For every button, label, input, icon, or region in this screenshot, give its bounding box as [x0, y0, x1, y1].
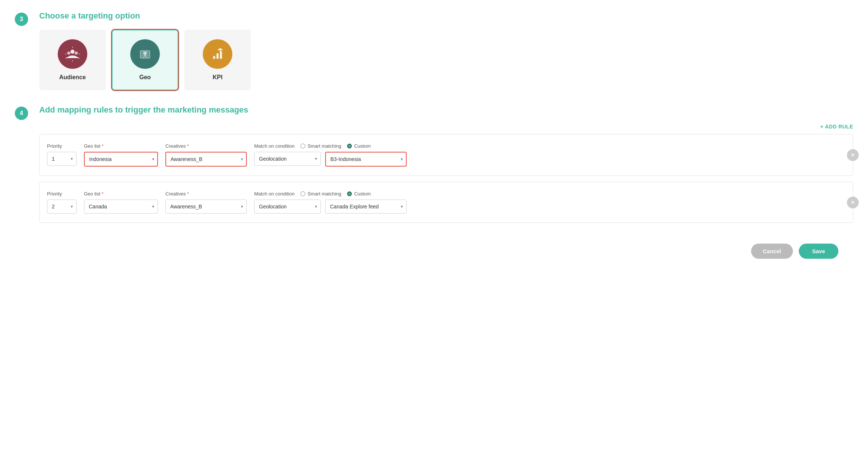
svg-point-1	[71, 50, 75, 54]
rule1-fields: Priority 1 2 3 Geo list *	[47, 143, 845, 167]
rule2-geolist-label: Geo list *	[84, 191, 158, 197]
rule1-priority-select-wrapper: 1 2 3	[47, 152, 77, 166]
rule1-priority-label: Priority	[47, 143, 77, 149]
rule2-geolist-select-wrapper: Indonesia Canada	[84, 200, 158, 214]
step3-content: Choose a targeting option	[39, 11, 853, 90]
rule1-priority-group: Priority 1 2 3	[47, 143, 77, 166]
rule1-bottom-selects: Geolocation B3-Indonesia	[254, 152, 407, 167]
rule2-geolocation-wrapper: Geolocation	[254, 200, 321, 214]
geo-icon	[137, 46, 153, 62]
rule2-remove-button[interactable]: ×	[847, 197, 859, 208]
rule2-geolist-select[interactable]: Indonesia Canada	[84, 200, 158, 214]
step4-content: Add mapping rules to trigger the marketi…	[39, 105, 853, 229]
rule1-remove-button[interactable]: ×	[847, 149, 859, 161]
svg-rect-16	[213, 56, 215, 59]
rule2-custom-label: Custom	[354, 191, 371, 197]
rule2-custom-option[interactable]: Custom	[347, 191, 371, 197]
rule2-priority-select[interactable]: 1 2 3	[47, 200, 77, 214]
rule1-match-condition-row: Match on condition Smart matching Custom	[254, 143, 407, 149]
rule1-creatives-label: Creatives *	[165, 143, 247, 149]
svg-point-0	[65, 47, 80, 61]
rule1-custom-label: Custom	[354, 143, 371, 149]
svg-point-3	[75, 51, 78, 54]
rule2-match-group: Match on condition Smart matching Custom	[254, 191, 407, 214]
rule1-creatives-select[interactable]: Awareness_B	[165, 152, 247, 167]
kpi-icon-circle	[203, 39, 232, 69]
audience-icon	[64, 46, 81, 62]
save-button[interactable]: Save	[799, 244, 838, 259]
geo-label: Geo	[139, 74, 151, 81]
targeting-card-geo[interactable]: Geo	[112, 30, 178, 90]
rule1-custom-radio[interactable]	[347, 144, 352, 148]
rule2-creatives-label: Creatives *	[165, 191, 247, 197]
rule2-priority-select-wrapper: 1 2 3	[47, 200, 77, 214]
rule1-creatives-required: *	[187, 143, 189, 149]
targeting-card-kpi[interactable]: KPI	[184, 30, 251, 90]
geo-icon-circle	[130, 39, 160, 69]
rule1-geolist-required: *	[102, 143, 104, 149]
rule2-custom-select[interactable]: Canada Explore feed	[325, 200, 407, 214]
rule1-custom-select-wrapper: B3-Indonesia	[325, 152, 407, 167]
rule2-creatives-select[interactable]: Awareness_B	[165, 200, 247, 214]
rule2-creatives-required: *	[187, 191, 189, 197]
step3-title: Choose a targeting option	[39, 11, 853, 21]
svg-point-2	[67, 51, 70, 54]
targeting-options: Audience	[39, 30, 853, 90]
rule1-geolist-group: Geo list * Indonesia Canada	[84, 143, 158, 167]
cancel-button[interactable]: Cancel	[751, 244, 793, 259]
svg-rect-17	[216, 53, 219, 59]
rule2-custom-select-wrapper: Canada Explore feed	[325, 200, 407, 214]
rule-card-1: Priority 1 2 3 Geo list *	[39, 134, 853, 176]
rule1-custom-select[interactable]: B3-Indonesia	[325, 152, 407, 167]
kpi-icon	[209, 46, 226, 62]
rule2-creatives-group: Creatives * Awareness_B	[165, 191, 247, 214]
step3-section: 3 Choose a targeting option	[15, 11, 853, 90]
step4-indicator: 4	[15, 107, 28, 120]
rule2-fields: Priority 1 2 3 Geo list *	[47, 191, 845, 214]
rule2-creatives-select-wrapper: Awareness_B	[165, 200, 247, 214]
audience-label: Audience	[59, 74, 86, 81]
rule1-geolocation-wrapper: Geolocation	[254, 152, 321, 166]
rule1-creatives-group: Creatives * Awareness_B	[165, 143, 247, 167]
add-rule-row: + ADD RULE	[39, 124, 853, 130]
rule1-match-condition-label: Match on condition	[254, 143, 295, 149]
rule2-custom-radio[interactable]	[347, 191, 352, 196]
kpi-label: KPI	[213, 74, 223, 81]
footer-buttons: Cancel Save	[15, 244, 853, 259]
rule2-geolist-required: *	[102, 191, 104, 197]
audience-icon-circle	[58, 39, 87, 69]
rule1-smart-label: Smart matching	[307, 143, 341, 149]
rule1-smart-radio[interactable]	[300, 144, 305, 148]
rule2-geolist-group: Geo list * Indonesia Canada	[84, 191, 158, 214]
rule-card-2: Priority 1 2 3 Geo list *	[39, 182, 853, 223]
rule1-creatives-select-wrapper: Awareness_B	[165, 152, 247, 167]
rule2-geolocation-select[interactable]: Geolocation	[254, 200, 321, 214]
rule1-smart-matching-option[interactable]: Smart matching	[300, 143, 341, 149]
rule2-priority-group: Priority 1 2 3	[47, 191, 77, 214]
rule1-geolocation-select[interactable]: Geolocation	[254, 152, 321, 166]
svg-rect-18	[220, 51, 222, 59]
rule2-match-condition-row: Match on condition Smart matching Custom	[254, 191, 407, 197]
rule1-geolist-select[interactable]: Indonesia Canada	[84, 152, 158, 167]
rule1-geolist-label: Geo list *	[84, 143, 158, 149]
rule1-geolist-select-wrapper: Indonesia Canada	[84, 152, 158, 167]
rule2-priority-label: Priority	[47, 191, 77, 197]
rule1-match-group: Match on condition Smart matching Custom	[254, 143, 407, 167]
targeting-card-audience[interactable]: Audience	[39, 30, 106, 90]
rule2-smart-matching-option[interactable]: Smart matching	[300, 191, 341, 197]
svg-point-14	[145, 53, 146, 54]
add-rule-button[interactable]: + ADD RULE	[820, 124, 853, 130]
rule1-priority-select[interactable]: 1 2 3	[47, 152, 77, 166]
rule2-bottom-selects: Geolocation Canada Explore feed	[254, 200, 407, 214]
rule2-match-condition-label: Match on condition	[254, 191, 295, 197]
rule2-smart-label: Smart matching	[307, 191, 341, 197]
step4-section: 4 Add mapping rules to trigger the marke…	[15, 105, 853, 229]
rule1-custom-option[interactable]: Custom	[347, 143, 371, 149]
step3-indicator: 3	[15, 13, 28, 26]
step4-title: Add mapping rules to trigger the marketi…	[39, 105, 853, 115]
rule2-smart-radio[interactable]	[300, 191, 305, 196]
